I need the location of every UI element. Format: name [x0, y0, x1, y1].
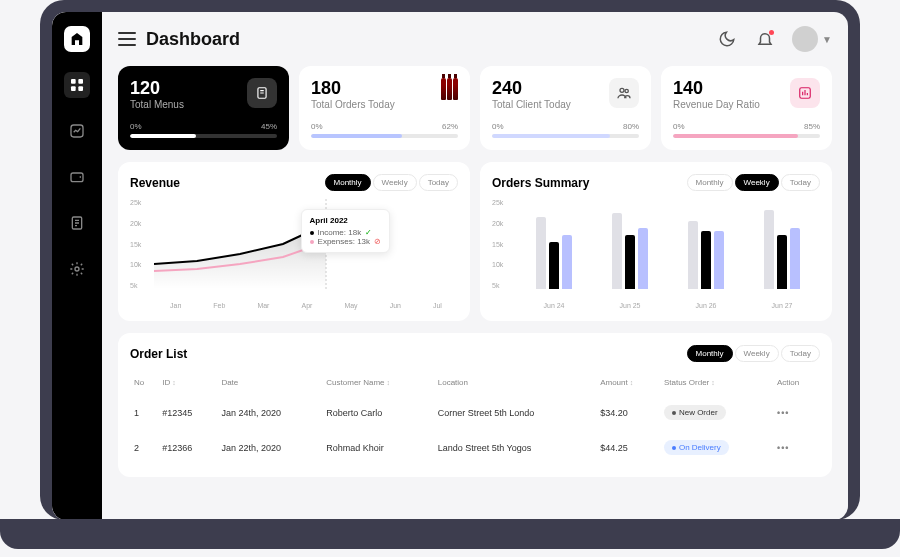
nav-wallet[interactable] — [64, 164, 90, 190]
card-total-menus[interactable]: 120 Total Menus 0%45% — [118, 66, 289, 150]
card-label: Revenue Day Ratio — [673, 99, 760, 110]
col-location[interactable]: Location — [434, 370, 596, 395]
col-id[interactable]: ID↕ — [158, 370, 217, 395]
table-row[interactable]: 2 #12366 Jan 22th, 2020 Rohmad Khoir Lan… — [130, 430, 820, 465]
col-date[interactable]: Date — [217, 370, 322, 395]
header: Dashboard ▼ — [118, 26, 832, 52]
revenue-chart: Revenue Monthly Weekly Today 25k20k15k10… — [118, 162, 470, 321]
card-label: Total Client Today — [492, 99, 571, 110]
check-icon: ✓ — [365, 228, 372, 237]
sort-icon: ↕ — [172, 379, 176, 386]
tab-weekly[interactable]: Weekly — [373, 174, 417, 191]
row-action-button[interactable]: ••• — [777, 443, 789, 453]
order-list-card: Order List Monthly Weekly Today No ID↕ D… — [118, 333, 832, 477]
col-status[interactable]: Status Order↕ — [660, 370, 773, 395]
cancel-icon: ⊘ — [374, 237, 381, 246]
card-revenue-ratio[interactable]: 140 Revenue Day Ratio 0%85% — [661, 66, 832, 150]
theme-toggle-icon[interactable] — [716, 28, 738, 50]
card-label: Total Menus — [130, 99, 184, 110]
orders-tabs: Monthly Weekly Today — [687, 174, 820, 191]
card-label: Total Orders Today — [311, 99, 395, 110]
sort-icon: ↕ — [387, 379, 391, 386]
col-amount[interactable]: Amount↕ — [596, 370, 660, 395]
svg-point-10 — [625, 89, 628, 92]
bar-chart — [516, 199, 820, 289]
svg-rect-5 — [71, 173, 83, 182]
col-no[interactable]: No — [130, 370, 158, 395]
stat-cards: 120 Total Menus 0%45% 180 Total Orders T… — [118, 66, 832, 150]
users-icon — [609, 78, 639, 108]
tab-weekly[interactable]: Weekly — [735, 345, 779, 362]
app-logo[interactable] — [64, 26, 90, 52]
col-customer[interactable]: Customer Name↕ — [322, 370, 433, 395]
card-total-clients[interactable]: 240 Total Client Today 0%80% — [480, 66, 651, 150]
chart-tooltip: April 2022 Income: 18k✓ Expenses: 13k⊘ — [301, 209, 390, 253]
x-axis: JanFebMarAprMayJunJul — [154, 302, 458, 309]
card-value: 120 — [130, 78, 184, 99]
col-action: Action — [773, 370, 820, 395]
status-badge: New Order — [664, 405, 726, 420]
card-value: 140 — [673, 78, 760, 99]
card-value: 240 — [492, 78, 571, 99]
sort-icon: ↕ — [711, 379, 715, 386]
svg-point-9 — [620, 88, 624, 92]
tab-today[interactable]: Today — [419, 174, 458, 191]
svg-rect-1 — [78, 79, 83, 84]
y-axis: 25k20k15k10k5k — [130, 199, 141, 289]
chart-icon — [790, 78, 820, 108]
nav-settings[interactable] — [64, 256, 90, 282]
chart-title: Orders Summary — [492, 176, 589, 190]
svg-rect-3 — [78, 86, 83, 91]
tab-today[interactable]: Today — [781, 174, 820, 191]
tab-weekly[interactable]: Weekly — [735, 174, 779, 191]
card-value: 180 — [311, 78, 395, 99]
chevron-down-icon: ▼ — [822, 34, 832, 45]
order-list-title: Order List — [130, 347, 187, 361]
card-total-orders[interactable]: 180 Total Orders Today 0%62% — [299, 66, 470, 150]
hamburger-menu-icon[interactable] — [118, 32, 136, 46]
x-axis: Jun 24Jun 25Jun 26Jun 27 — [516, 302, 820, 309]
tab-monthly[interactable]: Monthly — [325, 174, 371, 191]
tab-today[interactable]: Today — [781, 345, 820, 362]
notification-icon[interactable] — [754, 28, 776, 50]
tab-monthly[interactable]: Monthly — [687, 345, 733, 362]
table-row[interactable]: 1 #12345 Jan 24th, 2020 Roberto Carlo Co… — [130, 395, 820, 430]
main-content: Dashboard ▼ 120 Total Menus 0%45% — [102, 12, 848, 520]
order-list-tabs: Monthly Weekly Today — [687, 345, 820, 362]
chart-title: Revenue — [130, 176, 180, 190]
svg-rect-2 — [71, 86, 76, 91]
sort-icon: ↕ — [630, 379, 634, 386]
order-table: No ID↕ Date Customer Name↕ Location Amou… — [130, 370, 820, 465]
status-badge: On Delivery — [664, 440, 729, 455]
nav-dashboard[interactable] — [64, 72, 90, 98]
user-menu[interactable]: ▼ — [792, 26, 832, 52]
svg-point-7 — [75, 267, 79, 271]
y-axis: 25k20k15k10k5k — [492, 199, 503, 289]
orders-summary-chart: Orders Summary Monthly Weekly Today 25k2… — [480, 162, 832, 321]
avatar — [792, 26, 818, 52]
nav-orders[interactable] — [64, 210, 90, 236]
svg-rect-0 — [71, 79, 76, 84]
sidebar — [52, 12, 102, 520]
menu-icon — [247, 78, 277, 108]
revenue-tabs: Monthly Weekly Today — [325, 174, 458, 191]
page-title: Dashboard — [146, 29, 240, 50]
tab-monthly[interactable]: Monthly — [687, 174, 733, 191]
row-action-button[interactable]: ••• — [777, 408, 789, 418]
nav-analytics[interactable] — [64, 118, 90, 144]
bottles-icon — [441, 78, 458, 100]
